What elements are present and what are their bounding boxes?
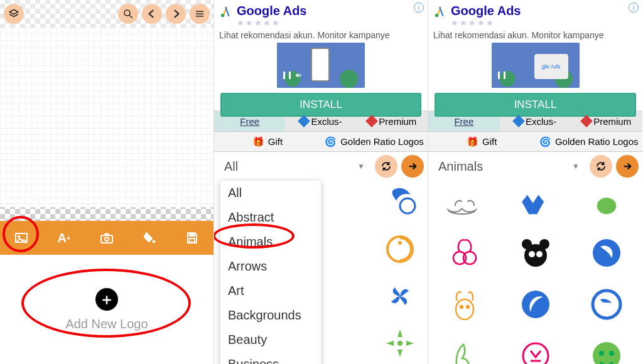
logo-item[interactable] xyxy=(375,322,425,364)
logo-item[interactable] xyxy=(375,275,425,317)
editor-top-bar xyxy=(0,0,213,28)
svg-point-9 xyxy=(105,237,109,241)
logo-item[interactable] xyxy=(573,281,640,328)
svg-point-28 xyxy=(529,251,535,257)
dropdown-item-backgrounds[interactable]: Backgrounds xyxy=(220,303,321,328)
ad-description: Lihat rekomendasi akun. Monitor kampanye xyxy=(214,28,428,43)
dropdown-item-arrows[interactable]: Arrows xyxy=(220,254,321,279)
golden-ratio-icon: 🌀 xyxy=(539,136,551,147)
panel-editor: A+ ＋ Add New Logo xyxy=(0,0,214,364)
logo-item[interactable] xyxy=(431,230,498,276)
pause-icon[interactable] xyxy=(283,72,302,79)
svg-line-2 xyxy=(129,15,132,18)
layers-button[interactable] xyxy=(4,4,24,24)
category-row: All ▼ xyxy=(214,152,428,181)
sub-tabs: 🎁Gift 🌀Golden Ratio Logos xyxy=(428,132,642,152)
subtab-gift[interactable]: 🎁Gift xyxy=(428,132,536,151)
subtab-golden[interactable]: 🌀Golden Ratio Logos xyxy=(321,132,428,151)
paint-tool-button[interactable] xyxy=(137,225,162,250)
google-ads-logo-icon xyxy=(219,4,233,18)
dropdown-item-business[interactable]: Business xyxy=(220,352,321,364)
refresh-button[interactable] xyxy=(590,155,612,178)
ad-stars: ★★★★★ xyxy=(214,18,428,28)
category-selected-label: Animals xyxy=(438,159,483,174)
gem-red-icon xyxy=(580,115,593,127)
dropdown-item-art[interactable]: Art xyxy=(220,279,321,303)
panel-browse-dropdown: i Google Ads ★★★★★ Lihat rekomendasi aku… xyxy=(214,0,428,364)
ad-block[interactable]: i Google Ads ★★★★★ Lihat rekomendasi aku… xyxy=(214,0,428,110)
svg-marker-0 xyxy=(9,9,18,14)
subtab-golden[interactable]: 🌀Golden Ratio Logos xyxy=(536,132,643,151)
svg-rect-12 xyxy=(190,233,195,236)
svg-point-38 xyxy=(599,351,604,356)
svg-point-19 xyxy=(398,241,402,245)
redo-button[interactable] xyxy=(166,4,186,24)
logo-grid xyxy=(428,181,642,364)
gem-red-icon xyxy=(365,115,378,127)
ad-info-icon[interactable]: i xyxy=(629,3,639,13)
refresh-icon xyxy=(381,161,392,172)
editor-canvas[interactable] xyxy=(0,28,213,207)
dropdown-item-all[interactable]: All xyxy=(220,181,321,205)
ad-info-icon[interactable]: i xyxy=(414,3,424,13)
zoom-button[interactable] xyxy=(118,4,138,24)
tab-premium-label: Premium xyxy=(379,116,416,127)
camera-tool-button[interactable] xyxy=(94,225,119,250)
install-button[interactable]: INSTALL xyxy=(220,93,421,117)
subtab-golden-label: Golden Ratio Logos xyxy=(555,136,639,147)
transparency-strip xyxy=(0,207,213,221)
dropdown-item-abstract[interactable]: Abstract xyxy=(220,205,321,230)
gem-blue-icon xyxy=(298,115,310,127)
logo-item[interactable] xyxy=(502,230,569,276)
subtab-gift[interactable]: 🎁Gift xyxy=(214,132,321,151)
ad-block[interactable]: i Google Ads ★★★★★ Lihat rekomendasi aku… xyxy=(428,0,642,110)
logo-item[interactable] xyxy=(573,230,640,276)
refresh-button[interactable] xyxy=(375,155,397,178)
google-ads-logo-icon xyxy=(433,4,447,18)
ad-title: Google Ads xyxy=(451,4,521,18)
add-logo-area[interactable]: ＋ Add New Logo xyxy=(0,255,213,364)
undo-button[interactable] xyxy=(142,4,162,24)
ad-thumbnail: gle Ads xyxy=(492,43,580,88)
category-dropdown-list: AllAbstractAnimalsArrowsArtBackgroundsBe… xyxy=(220,181,321,364)
category-select[interactable]: All ▼ xyxy=(218,159,371,174)
mute-icon xyxy=(294,72,302,79)
tab-exclusive-label: Exclus- xyxy=(526,116,556,127)
logo-item[interactable] xyxy=(431,333,498,364)
golden-ratio-icon: 🌀 xyxy=(325,136,337,147)
svg-point-34 xyxy=(522,291,549,318)
tab-exclusive-label: Exclus- xyxy=(311,116,342,127)
panel-browse-animals: i Google Ads ★★★★★ Lihat rekomendasi aku… xyxy=(428,0,642,364)
logo-item[interactable] xyxy=(375,228,425,270)
logo-item[interactable] xyxy=(502,185,569,225)
svg-rect-13 xyxy=(190,238,195,242)
subtab-gift-label: Gift xyxy=(482,136,497,147)
menu-button[interactable] xyxy=(190,4,210,24)
svg-point-37 xyxy=(593,342,620,364)
next-button[interactable] xyxy=(616,155,639,178)
logo-preview-column xyxy=(375,181,425,364)
text-tool-button[interactable]: A+ xyxy=(51,225,77,250)
gift-icon: 🎁 xyxy=(467,136,478,147)
install-button[interactable]: INSTALL xyxy=(435,93,636,117)
save-tool-button[interactable] xyxy=(180,225,205,250)
logo-item[interactable] xyxy=(573,333,640,364)
save-icon xyxy=(185,230,200,245)
logo-item[interactable] xyxy=(431,185,498,225)
svg-point-29 xyxy=(536,251,543,257)
logo-item[interactable] xyxy=(431,281,498,328)
dropdown-item-beauty[interactable]: Beauty xyxy=(220,328,321,352)
chevron-down-icon: ▼ xyxy=(572,162,580,171)
pause-icon[interactable] xyxy=(498,72,505,79)
svg-point-1 xyxy=(124,10,130,16)
dropdown-item-animals[interactable]: Animals xyxy=(220,230,321,254)
logo-item[interactable] xyxy=(573,185,640,225)
logo-item[interactable] xyxy=(375,181,425,223)
image-tool-button[interactable] xyxy=(9,225,34,250)
editor-toolbar: A+ xyxy=(0,221,213,255)
logo-item[interactable] xyxy=(502,281,569,328)
logo-item[interactable] xyxy=(502,333,569,364)
category-select[interactable]: Animals ▼ xyxy=(432,159,586,174)
next-button[interactable] xyxy=(401,155,424,178)
svg-point-27 xyxy=(539,239,549,249)
